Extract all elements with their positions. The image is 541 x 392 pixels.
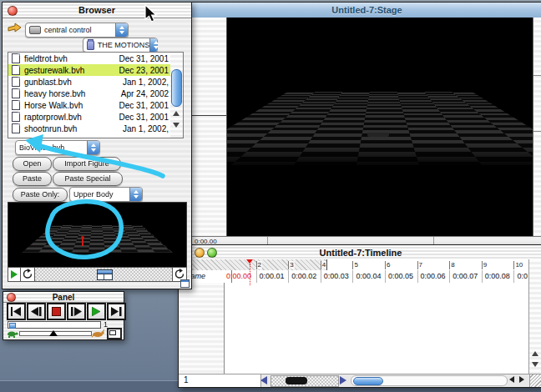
panel-titlebar[interactable]: Panel [3,292,124,303]
file-name: Horse Walk.bvh [24,101,119,110]
zoom-out-button[interactable] [260,376,267,384]
gutter-divider [191,115,226,116]
scrub-position-widget[interactable] [97,269,113,280]
popup-stepper-icon [115,23,128,37]
scroll-left-button[interactable] [509,376,514,383]
file-name: fieldtrot.bvh [24,54,119,63]
scroll-up-button[interactable] [532,351,538,356]
timeline-ruler[interactable]: 2345678910 [179,259,529,271]
animation-range-hatch [179,259,327,270]
document-icon [12,77,20,87]
preview-scrub-bar[interactable] [8,267,187,282]
time-cell[interactable]: 0:00.06 [417,270,453,283]
panel-window-title: Panel [3,293,124,302]
stage-content: 0:00.00 [191,18,541,246]
ruler-frame-number: 3 [288,261,294,269]
step-forward-button[interactable] [67,303,86,320]
step-back-button[interactable] [27,303,46,320]
stop-button[interactable] [47,303,66,320]
current-frame-field[interactable]: 1 [179,374,261,387]
transport-controls [7,303,126,320]
drawer-badge-icon[interactable] [180,279,190,288]
document-icon [12,88,20,98]
track-label-column [179,283,225,374]
body-part-popup[interactable]: Upper Body [69,187,143,202]
zoom-selector[interactable] [270,375,339,387]
time-cell[interactable]: 0:00.05 [385,270,421,283]
file-row[interactable]: fieldtrot.bvhDec 31, 2001 [8,53,171,64]
time-cell[interactable]: 0:00.03 [321,270,356,283]
timeline-horizontal-scrollbar[interactable] [351,375,508,386]
file-date: Jan 1, 2002, [123,78,169,87]
ruler-frame-number: 6 [385,261,391,269]
paste-only-button[interactable]: Paste Only: [13,188,68,202]
folder-popup[interactable]: THE MOTIONS [83,38,158,53]
file-date: Dec 31, 2001 [119,101,169,110]
file-row[interactable]: raptorprowl.bvhDec 31, 2001 [8,111,171,123]
go-to-start-button[interactable] [7,303,26,320]
paste-button[interactable]: Paste [13,172,52,186]
time-cell[interactable]: 0:0 [513,270,529,283]
stage-figure [367,133,389,137]
format-popup[interactable]: BioVision bvh [15,140,100,155]
stage-vertical-scrollbar[interactable] [533,18,541,237]
stage-viewport[interactable] [227,18,533,237]
monitor-button[interactable] [107,328,122,339]
scroll-right-button[interactable] [519,376,524,383]
document-icon [12,65,20,75]
document-icon [12,112,20,122]
popup-stepper-icon [129,188,142,201]
zoom-in-button[interactable] [340,376,346,384]
current-time-cell[interactable]: 0:00.00 [224,270,259,283]
file-date: Dec 31, 2001 [119,54,169,63]
browser-window: Browser central control THE MOTIONS fiel… [2,2,192,289]
file-row[interactable]: gesturewalk.bvhDec 23, 2001 [8,64,171,76]
scrollbar-thumb[interactable] [171,69,182,107]
file-row[interactable]: shootnrun.bvhJan 1, 2002, [8,123,171,134]
timeline-vertical-scrollbar[interactable] [528,259,541,374]
preview-floor-grid [22,225,173,253]
scroll-down-button[interactable] [173,123,179,128]
time-cell[interactable]: 0:00.02 [288,270,324,283]
file-date: Apr 24, 2002 [121,89,169,98]
speed-slider-pointer[interactable] [49,330,58,336]
timeline-track-area[interactable] [179,283,529,374]
play-button[interactable] [87,303,106,320]
popup-stepper-icon [149,38,157,52]
ruler-frame-number: 8 [449,261,455,269]
scroll-down-button[interactable] [532,362,538,367]
scroll-up-button[interactable] [173,111,179,116]
scrollbar-thumb[interactable] [353,377,383,385]
play-button[interactable] [8,268,21,281]
resize-grip[interactable] [529,374,541,387]
timeline-titlebar[interactable]: Untitled-7:Timeline [179,245,541,260]
zoom-selector-handle[interactable] [286,377,307,384]
file-row[interactable]: gunblast.bvhJan 1, 2002, [8,76,171,88]
open-button[interactable]: Open [13,157,52,171]
time-cell[interactable]: 0:00.01 [256,270,292,283]
timeline-frame-row[interactable]: frame 0:00.000:00.010:00.020:00.030:00.0… [179,270,529,284]
time-cell[interactable]: 0:00.04 [352,270,388,283]
document-icon [12,100,20,110]
loop-button[interactable] [21,268,35,281]
time-cell[interactable]: 0:00.07 [449,270,485,283]
browser-titlebar[interactable]: Browser [3,3,191,18]
scroll-thumb-edge [533,75,541,76]
progress-thumb[interactable] [9,323,16,329]
file-row[interactable]: Horse Walk.bvhDec 31, 2001 [8,99,171,111]
location-popup[interactable]: central control [25,23,129,38]
folder-popup-label: THE MOTIONS [94,41,150,49]
time-cell[interactable]: 0:00.08 [482,270,518,283]
file-date: Dec 31, 2001 [119,113,169,122]
stage-window: Untitled-7:Stage 0:00.00 [190,2,541,247]
import-figure-button[interactable]: Import Figure [53,157,121,171]
paste-special-button[interactable]: Paste Special [53,172,123,186]
frame-progress-bar[interactable] [8,321,101,329]
pointing-hand-icon [7,22,23,37]
file-list-scrollbar[interactable] [170,52,184,138]
ruler-frame-number: 10 [513,261,523,269]
stage-left-gutter [191,18,227,237]
file-row[interactable]: heavy horse.bvhApr 24, 2002 [8,88,171,99]
stage-titlebar[interactable]: Untitled-7:Stage [191,3,541,18]
go-to-end-button[interactable] [107,303,126,320]
